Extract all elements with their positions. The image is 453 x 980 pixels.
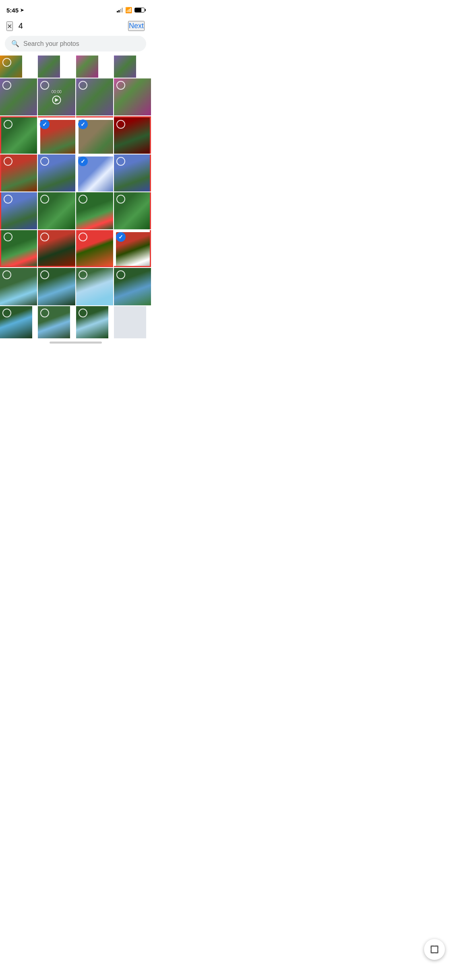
photo-cell[interactable] xyxy=(38,192,75,229)
photo-cell[interactable] xyxy=(114,116,151,153)
search-container: 🔍 xyxy=(0,36,151,56)
photo-cell[interactable] xyxy=(114,306,146,338)
selection-check xyxy=(116,232,126,242)
photo-cell[interactable] xyxy=(0,78,37,115)
photo-cell[interactable] xyxy=(114,192,151,229)
selection-circle xyxy=(4,195,12,204)
selection-circle xyxy=(2,58,11,67)
home-indicator xyxy=(0,338,151,345)
time-text: 5:45 xyxy=(6,7,19,14)
selection-circle xyxy=(116,270,125,279)
video-badge: 00:00 xyxy=(52,90,62,105)
selection-circle xyxy=(79,81,87,90)
selection-circle xyxy=(40,309,49,317)
search-icon: 🔍 xyxy=(11,40,19,47)
photo-cell[interactable] xyxy=(76,306,108,338)
video-time: 00:00 xyxy=(52,90,62,94)
selection-circle xyxy=(116,195,125,204)
photo-cell[interactable] xyxy=(38,56,60,78)
photo-cell[interactable] xyxy=(0,192,37,229)
selection-circle xyxy=(4,233,12,241)
photo-cell[interactable] xyxy=(38,116,75,153)
selection-circle xyxy=(79,270,87,279)
search-input[interactable] xyxy=(23,40,140,47)
close-button[interactable]: × xyxy=(6,21,13,31)
next-button[interactable]: Next xyxy=(128,21,145,31)
header-left: × 4 xyxy=(6,21,23,31)
photo-cell[interactable] xyxy=(76,154,113,191)
photo-cell[interactable] xyxy=(76,116,113,153)
location-icon: ➤ xyxy=(20,8,24,13)
selection-check xyxy=(78,119,88,129)
selected-count: 4 xyxy=(19,21,23,31)
selection-circle xyxy=(4,157,12,166)
photo-cell[interactable] xyxy=(76,78,113,115)
photo-cell[interactable] xyxy=(38,154,75,191)
play-button-icon xyxy=(52,96,61,105)
selection-circle xyxy=(116,120,125,129)
photo-cell[interactable] xyxy=(0,230,37,267)
photo-cell[interactable] xyxy=(38,268,75,305)
selection-circle xyxy=(116,81,125,90)
selection-circle xyxy=(40,157,49,166)
photo-cell[interactable] xyxy=(0,268,37,305)
header: × 4 Next xyxy=(0,18,151,36)
photo-cell[interactable] xyxy=(38,230,75,267)
photo-cell[interactable] xyxy=(0,56,22,78)
battery-icon xyxy=(134,8,145,12)
selection-circle xyxy=(116,157,125,166)
selection-circle xyxy=(79,195,87,204)
photo-cell[interactable] xyxy=(114,154,151,191)
photo-cell[interactable] xyxy=(76,192,113,229)
photo-cell[interactable] xyxy=(76,268,113,305)
photo-cell[interactable] xyxy=(38,306,70,338)
status-icons: 📶 xyxy=(117,7,145,13)
photo-cell[interactable] xyxy=(114,230,151,267)
photo-grid: 00:00 xyxy=(0,56,151,338)
photo-cell[interactable] xyxy=(0,154,37,191)
photo-cell[interactable] xyxy=(114,56,136,78)
signal-icon xyxy=(117,8,123,12)
search-bar: 🔍 xyxy=(5,36,146,51)
status-time: 5:45 ➤ xyxy=(6,7,24,14)
photo-cell[interactable]: 00:00 xyxy=(38,78,75,115)
selection-check xyxy=(78,156,88,166)
wifi-icon: 📶 xyxy=(125,7,132,13)
selection-circle xyxy=(2,309,11,317)
photo-cell[interactable] xyxy=(76,230,113,267)
selection-circle xyxy=(79,309,87,317)
photo-cell[interactable] xyxy=(76,56,98,78)
photo-cell[interactable] xyxy=(0,116,37,153)
photo-cell[interactable] xyxy=(114,78,151,115)
status-bar: 5:45 ➤ 📶 xyxy=(0,0,151,18)
selection-circle xyxy=(79,233,87,241)
home-bar xyxy=(50,342,102,344)
photo-cell[interactable] xyxy=(0,306,32,338)
selection-circle xyxy=(2,81,11,90)
photo-cell[interactable] xyxy=(114,268,151,305)
selection-circle xyxy=(40,195,49,204)
photo-grid-wrapper: 00:00 xyxy=(0,56,151,338)
